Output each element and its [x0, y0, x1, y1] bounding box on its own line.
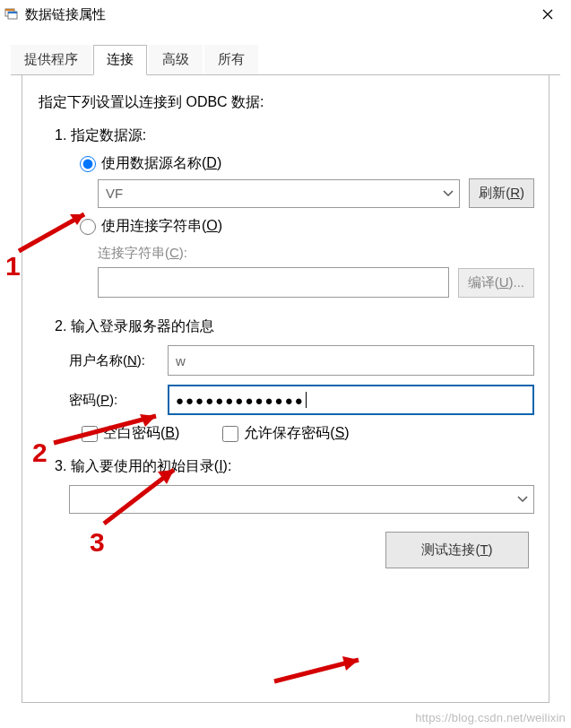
blank-password-input[interactable] — [82, 426, 98, 442]
tab-advanced[interactable]: 高级 — [149, 45, 203, 74]
svg-rect-2 — [5, 9, 14, 11]
password-label: 密码(P): — [69, 392, 157, 409]
tab-provider[interactable]: 提供程序 — [11, 45, 91, 74]
build-button[interactable]: 编译(U)... — [458, 268, 534, 298]
close-icon — [542, 9, 553, 20]
allow-save-password-input[interactable] — [222, 426, 238, 442]
close-button[interactable] — [528, 1, 567, 28]
app-icon — [4, 6, 20, 22]
title-bar: 数据链接属性 — [0, 0, 571, 29]
section-3-label: 3. 输入要使用的初始目录(I): — [55, 457, 534, 476]
radio-use-connstr-label: 使用连接字符串(O) — [101, 217, 222, 236]
chevron-down-icon — [443, 187, 454, 200]
test-connection-button[interactable]: 测试连接(T) — [385, 532, 529, 568]
password-input[interactable]: ●●●●●●●●●●●●● — [168, 385, 534, 415]
allow-save-password-checkbox[interactable]: 允许保存密码(S) — [222, 424, 349, 443]
connstr-label: 连接字符串(C): — [98, 245, 534, 262]
radio-use-dsn-label: 使用数据源名称(D) — [101, 154, 221, 173]
tab-all[interactable]: 所有 — [204, 45, 258, 74]
blank-password-checkbox[interactable]: 空白密码(B) — [82, 424, 179, 443]
window-title: 数据链接属性 — [25, 6, 528, 23]
tab-connection[interactable]: 连接 — [93, 45, 147, 75]
allow-save-password-label: 允许保存密码(S) — [244, 424, 349, 443]
radio-use-connstr-input[interactable] — [80, 219, 96, 235]
svg-rect-3 — [8, 12, 17, 13]
refresh-button[interactable]: 刷新(R) — [469, 178, 534, 208]
blank-password-label: 空白密码(B) — [103, 424, 179, 443]
dsn-combo[interactable]: VF — [98, 179, 460, 208]
connstr-input[interactable] — [98, 267, 449, 298]
section-1-label: 1. 指定数据源: — [55, 126, 534, 145]
radio-use-dsn-input[interactable] — [80, 156, 96, 172]
radio-use-dsn[interactable]: 使用数据源名称(D) — [80, 154, 534, 173]
password-masked-value: ●●●●●●●●●●●●● — [176, 393, 305, 408]
watermark-text: https://blog.csdn.net/weilixin — [415, 711, 566, 724]
username-input[interactable] — [168, 345, 534, 376]
connection-panel: 指定下列设置以连接到 ODBC 数据: 1. 指定数据源: 使用数据源名称(D)… — [22, 75, 549, 703]
section-2-label: 2. 输入登录服务器的信息 — [55, 317, 534, 336]
text-cursor — [306, 392, 307, 408]
initial-catalog-combo[interactable] — [69, 485, 534, 514]
panel-heading: 指定下列设置以连接到 ODBC 数据: — [39, 93, 534, 112]
username-label: 用户名称(N): — [69, 352, 157, 369]
dsn-combo-value: VF — [106, 186, 123, 201]
radio-use-connstr[interactable]: 使用连接字符串(O) — [80, 217, 534, 236]
chevron-down-icon — [517, 493, 528, 506]
tab-strip: 提供程序 连接 高级 所有 指定下列设置以连接到 ODBC 数据: 1. 指定数… — [11, 45, 560, 703]
